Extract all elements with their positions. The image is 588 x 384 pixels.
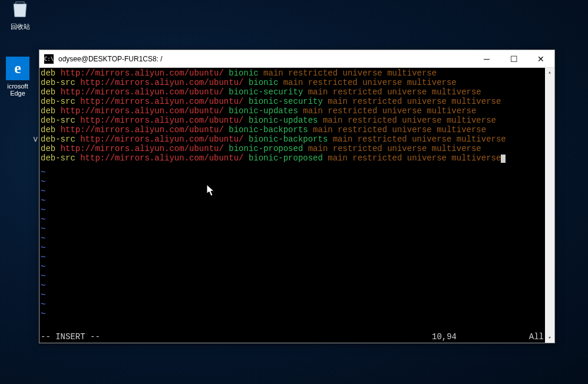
source-line: deb http://mirrors.aliyun.com/ubuntu/ bi… xyxy=(41,144,554,153)
scroll-down-icon[interactable]: ▾ xyxy=(545,333,554,343)
scroll-up-icon[interactable]: ▴ xyxy=(545,68,554,77)
desktop-icon-edge[interactable]: e icrosoft Edge xyxy=(0,57,35,97)
vim-scroll-percent: All xyxy=(514,332,544,342)
window-title: odysee@DESKTOP-FUR1CS8: / xyxy=(58,55,473,63)
close-button[interactable]: ✕ xyxy=(527,50,554,67)
source-line: deb http://mirrors.aliyun.com/ubuntu/ bi… xyxy=(41,106,554,116)
vim-empty-line: ~ xyxy=(41,271,554,281)
text-cursor xyxy=(501,155,506,163)
vim-empty-line: ~ xyxy=(41,224,554,234)
source-line: deb-src http://mirrors.aliyun.com/ubuntu… xyxy=(41,116,554,125)
vim-empty-line: ~ xyxy=(41,300,554,309)
cmd-icon: C:\ xyxy=(44,54,54,64)
vim-status-line: -- INSERT -- 10,94 All xyxy=(41,332,544,342)
terminal-content[interactable]: deb http://mirrors.aliyun.com/ubuntu/ bi… xyxy=(41,68,554,343)
source-line: deb http://mirrors.aliyun.com/ubuntu/ bi… xyxy=(41,68,554,78)
vim-empty-line: ~ xyxy=(41,290,554,300)
window-titlebar[interactable]: C:\ odysee@DESKTOP-FUR1CS8: / ─ ☐ ✕ xyxy=(39,50,554,68)
vim-empty-line: ~ xyxy=(41,281,554,290)
vim-empty-line: ~ xyxy=(41,215,554,224)
source-line: deb-src http://mirrors.aliyun.com/ubuntu… xyxy=(41,78,554,87)
desktop-icon-label: 回收站 xyxy=(11,22,30,31)
vim-empty-line: ~ xyxy=(41,252,554,262)
source-line: deb-src http://mirrors.aliyun.com/ubuntu… xyxy=(41,153,554,163)
minimize-button[interactable]: ─ xyxy=(473,50,500,67)
recycle-bin-icon xyxy=(8,0,32,20)
terminal-body[interactable]: deb http://mirrors.aliyun.com/ubuntu/ bi… xyxy=(39,68,554,343)
stray-text: v xyxy=(33,134,38,143)
scrollbar[interactable]: ▴ ▾ xyxy=(545,68,554,343)
vim-empty-line: ~ xyxy=(41,309,554,319)
desktop-icon-recycle-bin[interactable]: 回收站 xyxy=(2,0,38,31)
vim-empty-line: ~ xyxy=(41,168,554,177)
vim-empty-line: ~ xyxy=(41,186,554,196)
vim-empty-line: ~ xyxy=(41,196,554,205)
vim-empty-line: ~ xyxy=(41,205,554,215)
vim-empty-line: ~ xyxy=(41,234,554,243)
vim-empty-line: ~ xyxy=(41,262,554,271)
source-line: deb http://mirrors.aliyun.com/ubuntu/ bi… xyxy=(41,87,554,97)
source-line: deb-src http://mirrors.aliyun.com/ubuntu… xyxy=(41,134,554,144)
source-line: deb-src http://mirrors.aliyun.com/ubuntu… xyxy=(41,97,554,106)
source-line: deb http://mirrors.aliyun.com/ubuntu/ bi… xyxy=(41,125,554,134)
vim-mode: -- INSERT -- xyxy=(41,332,432,342)
vim-empty-line: ~ xyxy=(41,243,554,252)
edge-icon: e xyxy=(6,57,29,80)
vim-cursor-position: 10,94 xyxy=(432,332,514,342)
terminal-window: C:\ odysee@DESKTOP-FUR1CS8: / ─ ☐ ✕ deb … xyxy=(39,50,555,343)
desktop-icon-label: icrosoft Edge xyxy=(7,83,28,97)
vim-empty-line: ~ xyxy=(41,177,554,186)
maximize-button[interactable]: ☐ xyxy=(500,50,527,67)
